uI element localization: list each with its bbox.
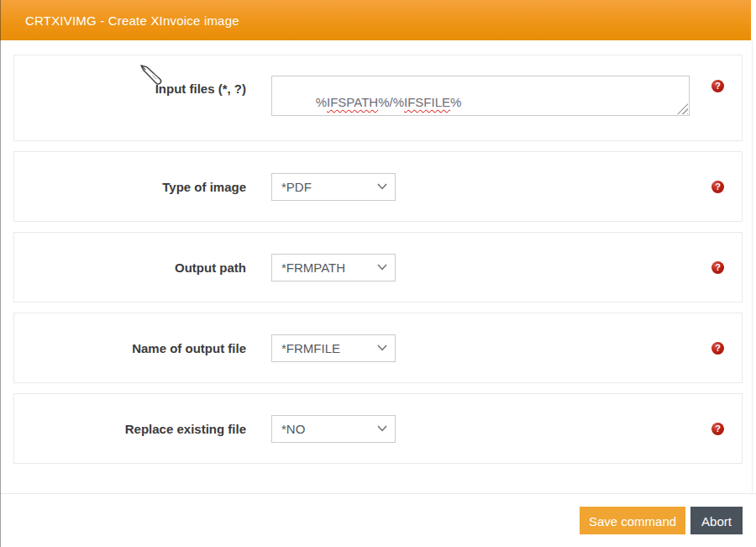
field-row-input-files: Input files (*, ?) %IFSPATH%/%IFSFILE% ? xyxy=(13,55,743,141)
help-icon[interactable]: ? xyxy=(711,423,724,435)
form-body: Input files (*, ?) %IFSPATH%/%IFSFILE% ?… xyxy=(13,55,743,474)
dialog-header: CRTXIVIMG - Create XInvoice image xyxy=(0,0,751,40)
abort-button[interactable]: Abort xyxy=(690,507,743,534)
value-segment: % xyxy=(316,95,327,109)
field-row-type-of-image: Type of image *PDF ? xyxy=(13,151,743,222)
save-command-button[interactable]: Save command xyxy=(580,507,685,534)
field-row-output-path: Output path *FRMPATH ? xyxy=(13,232,743,302)
help-icon[interactable]: ? xyxy=(711,80,724,92)
value-segment-misspelled: IFSFILE xyxy=(404,95,450,109)
window-right-edge xyxy=(752,40,753,494)
window-left-edge xyxy=(0,0,1,547)
value-segment: % xyxy=(450,95,461,109)
name-of-output-file-select[interactable]: *FRMFILE xyxy=(271,334,396,362)
field-row-replace-existing-file: Replace existing file *NO ? xyxy=(13,393,743,464)
dialog: CRTXIVIMG - Create XInvoice image Input … xyxy=(0,0,756,547)
help-icon[interactable]: ? xyxy=(711,181,724,193)
dialog-title: CRTXIVIMG - Create XInvoice image xyxy=(0,13,239,28)
help-icon[interactable]: ? xyxy=(711,261,724,274)
replace-existing-file-select[interactable]: *NO xyxy=(271,415,396,443)
type-of-image-label: Type of image xyxy=(14,180,246,194)
field-row-name-of-output-file: Name of output file *FRMFILE ? xyxy=(13,313,743,383)
replace-existing-file-label: Replace existing file xyxy=(14,422,246,436)
value-segment-misspelled: IFSPATH xyxy=(327,95,378,109)
input-files-label: Input files (*, ?) xyxy=(14,82,246,96)
type-of-image-select[interactable]: *PDF xyxy=(271,173,396,201)
output-path-label: Output path xyxy=(14,260,246,275)
input-files-textarea[interactable]: %IFSPATH%/%IFSFILE% xyxy=(271,76,690,116)
help-icon[interactable]: ? xyxy=(711,342,724,355)
name-of-output-file-label: Name of output file xyxy=(14,341,246,355)
footer-divider xyxy=(0,493,756,494)
output-path-select[interactable]: *FRMPATH xyxy=(271,254,396,281)
textarea-resize-grip-icon[interactable] xyxy=(677,103,688,114)
value-segment: %/% xyxy=(378,95,404,109)
